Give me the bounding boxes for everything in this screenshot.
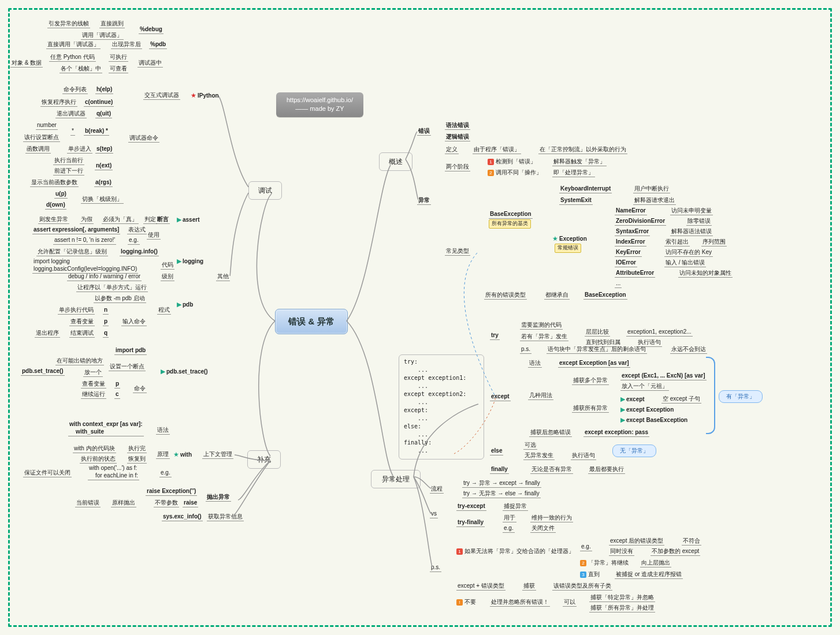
n: 层层比较 (585, 328, 610, 337)
n: 退出调试器 (55, 110, 87, 118)
n: 3直到 (580, 570, 600, 578)
n: 定义 (445, 145, 459, 154)
n: n (103, 306, 109, 315)
n: 处理并忽略所有错误！ (490, 598, 550, 607)
n: q(uit) (95, 110, 112, 118)
exception: ★Exception (552, 234, 587, 242)
n: 输入命令 (121, 318, 147, 326)
n: 断言 (156, 215, 170, 224)
n: 直接跳到 (99, 20, 125, 28)
n: n(ext) (95, 162, 113, 170)
n: else (490, 447, 503, 455)
n: import pdb (114, 346, 147, 355)
n: 继续运行 (81, 390, 106, 399)
n: 级别 (161, 272, 174, 281)
n: 输入 / 输出错误 (664, 259, 706, 267)
n: a(rgs) (94, 178, 113, 187)
root-node: 错误 & 异常 (275, 309, 348, 334)
n: 获取异常信息 (207, 513, 244, 521)
n: 都继承自 (544, 291, 570, 300)
n: 可选 (523, 441, 537, 450)
assert: ▶assert (177, 215, 199, 223)
n: ▶except BaseException (620, 416, 687, 424)
n: p (114, 380, 120, 389)
n: raise (183, 499, 198, 507)
pdb: ▶pdb (177, 300, 193, 308)
n: 关闭文件 (530, 524, 556, 533)
n: 放一个 (83, 368, 103, 377)
n: 使用 (147, 231, 161, 240)
ipython-sub: 交互式调试器 (143, 91, 180, 100)
n: 同时没有 (609, 547, 634, 556)
bubble-none: 无「异常」 (612, 444, 656, 457)
n: debug / info / warning / error (67, 272, 142, 281)
n: e.g. (128, 236, 140, 245)
n: 为假 (80, 215, 94, 224)
n: 捕获后忽略错误 (529, 428, 572, 437)
n: 捕获「特定异常」并忽略 (589, 593, 655, 602)
n: 流程 (430, 485, 444, 494)
n: 执行完 (127, 444, 147, 453)
n: 其他 (216, 272, 230, 281)
n: 可查看 (109, 65, 128, 73)
n: 两个阶段 (445, 163, 470, 171)
n: 最后都要执行 (588, 465, 625, 474)
n: sys.exc_info() (162, 513, 203, 521)
n: 允许配置「记录信息」级别 (36, 248, 108, 256)
n: 需要监测的代码 (520, 321, 563, 330)
n: logging.info() (120, 248, 159, 256)
n: except (Exc1, ... ExcN) [as var] (620, 372, 707, 380)
n: try → 无异常 → else → finally (462, 490, 541, 498)
n: 命令列表 (62, 85, 88, 94)
n: * (70, 127, 75, 136)
n: except Exception [as var] (558, 359, 630, 368)
n: !不要 (456, 598, 476, 606)
n: except (490, 393, 511, 401)
n: 访问不存在的 Key (664, 248, 713, 257)
n: ▶except Exception (620, 405, 674, 413)
n: assert expression[, arguments] (32, 226, 120, 234)
n: s(tep) (95, 145, 113, 154)
author: —— made by ZY (295, 105, 344, 112)
n: 向上层抛出 (640, 559, 671, 567)
n: 执行当前行 (53, 156, 84, 165)
n: 除零错误 (686, 217, 712, 226)
n: 解释器触发「异常」 (552, 158, 607, 166)
mdebug: %debug (139, 25, 163, 34)
n: p.s. (520, 345, 531, 354)
dbgctx: 调试器中 (137, 59, 163, 68)
n: 序列范围 (701, 238, 727, 246)
branch-debug: 调试 (248, 181, 282, 200)
n: 必须为「真」 (102, 215, 139, 224)
n: 永远不会到达 (670, 345, 707, 354)
n: e.g. (159, 469, 172, 477)
n: 常见类型 (445, 247, 470, 256)
n: 即「处理异常」 (552, 169, 595, 177)
branch-overview: 概述 (379, 152, 412, 171)
url: https://woaielf.github.io/ (287, 96, 353, 103)
n: 当前错误 (75, 499, 101, 507)
n: AttributeError (615, 269, 655, 278)
n: 空 except 子句 (661, 395, 701, 404)
n: ZeroDivisionError (615, 217, 666, 226)
n: finally (490, 465, 509, 474)
n: 可以 (563, 598, 577, 607)
n: 放入一个「元祖」 (620, 382, 669, 391)
n: SyntaxError (615, 227, 650, 236)
n: p.s. (430, 563, 441, 572)
n: try-finally (456, 518, 485, 527)
n: 捕获「所有异常」并处理 (589, 604, 655, 612)
n: 单步执行代码 (58, 306, 95, 315)
n: 无论是否有异常 (530, 465, 573, 474)
n: raise Exception('') (146, 487, 197, 496)
n: 用户中断执行 (633, 185, 670, 193)
n: except exception: pass (583, 428, 649, 437)
code-box: try: ... except exception1: ... except e… (399, 354, 484, 460)
n: 前进下一行 (53, 167, 84, 175)
settrace: ▶pdb.set_trace() (161, 367, 208, 375)
n: 切换「栈级别」 (81, 195, 124, 204)
n: 索引超出 (664, 238, 690, 246)
n: 解释器请求退出 (633, 196, 676, 205)
base-note: 所有异常的基类 (489, 219, 531, 229)
n: pdb.set_trace() (21, 367, 65, 376)
